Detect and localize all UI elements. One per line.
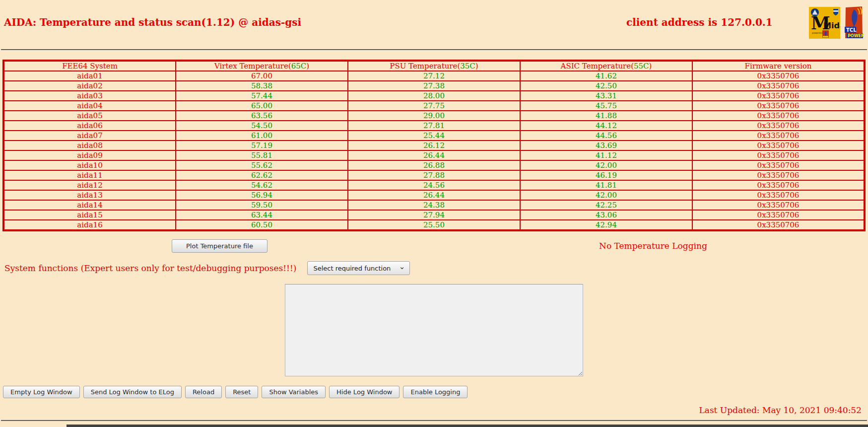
table-row: aida1254.6224.5641.810x3350706 [3, 180, 865, 190]
table-row: aida0857.1926.1243.690x3350706 [3, 141, 865, 150]
table-row: aida0357.4428.0043.310x3350706 [3, 91, 865, 101]
firmware-cell: 0x3350706 [692, 200, 865, 210]
fee64-system-cell: aida15 [3, 210, 176, 220]
asic-temp-cell: 41.81 [520, 180, 692, 190]
function-select[interactable]: Select required function [307, 261, 410, 275]
psu-temp-cell: 27.12 [348, 71, 520, 81]
last-updated-label: Last Updated: May 10, 2021 09:40:52 [0, 405, 862, 415]
psu-temp-cell: 26.88 [348, 160, 520, 170]
temperature-logging-status: No Temperature Logging [599, 241, 707, 251]
psu-temp-cell: 26.12 [348, 141, 520, 150]
firmware-cell: 0x3350706 [692, 101, 865, 111]
psu-temp-cell: 25.50 [348, 220, 520, 230]
firmware-cell: 0x3350706 [692, 131, 865, 141]
asic-temp-cell: 43.31 [520, 91, 692, 101]
table-row: aida1055.6226.8842.000x3350706 [3, 160, 865, 170]
firmware-cell: 0x3350706 [692, 210, 865, 220]
table-row: aida1162.6227.8846.190x3350706 [3, 170, 865, 180]
psu-temp-cell: 25.44 [348, 131, 520, 141]
column-header: PSU Temperature(35C) [348, 61, 520, 71]
virtex-temp-cell: 57.19 [176, 141, 348, 150]
asic-temp-cell: 43.06 [520, 210, 692, 220]
client-address-label: client address is 127.0.0.1 [626, 16, 773, 28]
psu-temp-cell: 24.38 [348, 200, 520, 210]
psu-temp-cell: 27.38 [348, 81, 520, 91]
tcl-label: TCL [846, 27, 857, 33]
virtex-temp-cell: 55.62 [176, 160, 348, 170]
fee64-system-cell: aida13 [3, 190, 176, 200]
firmware-cell: 0x3350706 [692, 91, 865, 101]
psu-temp-cell: 26.44 [348, 190, 520, 200]
plot-row: Plot Temperature file No Temperature Log… [0, 231, 868, 258]
virtex-temp-cell: 55.81 [176, 150, 348, 160]
firmware-cell: 0x3350706 [692, 111, 865, 121]
virtex-temp-cell: 59.50 [176, 200, 348, 210]
reload-button[interactable]: Reload [185, 386, 222, 398]
firmware-cell: 0x3350706 [692, 81, 865, 91]
virtex-temp-cell: 63.44 [176, 210, 348, 220]
hide-log-window-button[interactable]: Hide Log Window [329, 386, 400, 398]
system-functions-label: System functions (Expert users only for … [4, 263, 296, 273]
fee64-system-cell: aida10 [3, 160, 176, 170]
virtex-temp-cell: 62.62 [176, 170, 348, 180]
reset-button[interactable]: Reset [225, 386, 258, 398]
log-window-textarea[interactable] [285, 284, 583, 376]
temperature-table: FEE64 SystemVirtex Temperature(65C)PSU T… [2, 60, 866, 231]
table-row: aida0654.5027.8144.120x3350706 [3, 121, 865, 131]
virtex-temp-cell: 58.38 [176, 81, 348, 91]
asic-temp-cell: 42.94 [520, 220, 692, 230]
virtex-temp-cell: 63.56 [176, 111, 348, 121]
fee64-system-cell: aida12 [3, 180, 176, 190]
firmware-cell: 0x3350706 [692, 71, 865, 81]
virtex-temp-cell: 61.00 [176, 131, 348, 141]
asic-temp-cell: 41.88 [520, 111, 692, 121]
enable-logging-button[interactable]: Enable Logging [403, 386, 467, 398]
table-row: aida0563.5629.0041.880x3350706 [3, 111, 865, 121]
firmware-cell: 0x3350706 [692, 121, 865, 131]
psu-temp-cell: 28.00 [348, 91, 520, 101]
asic-temp-cell: 41.12 [520, 150, 692, 160]
empty-log-window-button[interactable]: Empty Log Window [3, 386, 80, 398]
midas-logo: M Midas powered by [809, 7, 840, 39]
virtex-temp-cell: 65.00 [176, 101, 348, 111]
virtex-temp-cell: 56.94 [176, 190, 348, 200]
tcl-powered-label: POWERED [848, 34, 864, 38]
fee64-system-cell: aida04 [3, 101, 176, 111]
table-row: aida1563.4427.9443.060x3350706 [3, 210, 865, 220]
bottom-edge-strip [67, 425, 868, 427]
asic-temp-cell: 45.75 [520, 101, 692, 111]
asic-temp-cell: 44.12 [520, 121, 692, 131]
firmware-cell: 0x3350706 [692, 170, 865, 180]
page-title: AIDA: Temperature and status scan(1.12) … [4, 16, 301, 28]
plot-temperature-file-button[interactable]: Plot Temperature file [172, 239, 267, 253]
fee64-system-cell: aida14 [3, 200, 176, 210]
table-row: aida0955.8126.4441.120x3350706 [3, 150, 865, 160]
bottom-divider [1, 420, 867, 421]
tcl-powered-logo: TCL POWERED [844, 6, 864, 40]
fee64-system-cell: aida08 [3, 141, 176, 150]
virtex-temp-cell: 54.62 [176, 180, 348, 190]
table-row: aida1660.5025.5042.940x3350706 [3, 220, 865, 230]
column-header: FEE64 System [3, 61, 176, 71]
psu-temp-cell: 24.56 [348, 180, 520, 190]
fee64-system-cell: aida03 [3, 91, 176, 101]
table-row: aida0761.0025.4444.560x3350706 [3, 131, 865, 141]
firmware-cell: 0x3350706 [692, 180, 865, 190]
send-log-to-elog-button[interactable]: Send Log Window to ELog [83, 386, 182, 398]
virtex-temp-cell: 67.00 [176, 71, 348, 81]
show-variables-button[interactable]: Show Variables [262, 386, 326, 398]
fee64-system-cell: aida09 [3, 150, 176, 160]
psu-temp-cell: 26.44 [348, 150, 520, 160]
logo-group: M Midas powered by TCL POWERED [809, 6, 864, 40]
table-row: aida1356.9426.4442.000x3350706 [3, 190, 865, 200]
log-button-row: Empty Log Window Send Log Window to ELog… [3, 386, 868, 398]
table-row: aida0258.3827.3842.500x3350706 [3, 81, 865, 91]
page-header: AIDA: Temperature and status scan(1.12) … [0, 0, 868, 41]
asic-temp-cell: 46.19 [520, 170, 692, 180]
firmware-cell: 0x3350706 [692, 190, 865, 200]
virtex-temp-cell: 54.50 [176, 121, 348, 131]
psu-temp-cell: 29.00 [348, 111, 520, 121]
column-header: Virtex Temperature(65C) [176, 61, 348, 71]
table-header-row: FEE64 SystemVirtex Temperature(65C)PSU T… [3, 61, 865, 71]
virtex-temp-cell: 60.50 [176, 220, 348, 230]
